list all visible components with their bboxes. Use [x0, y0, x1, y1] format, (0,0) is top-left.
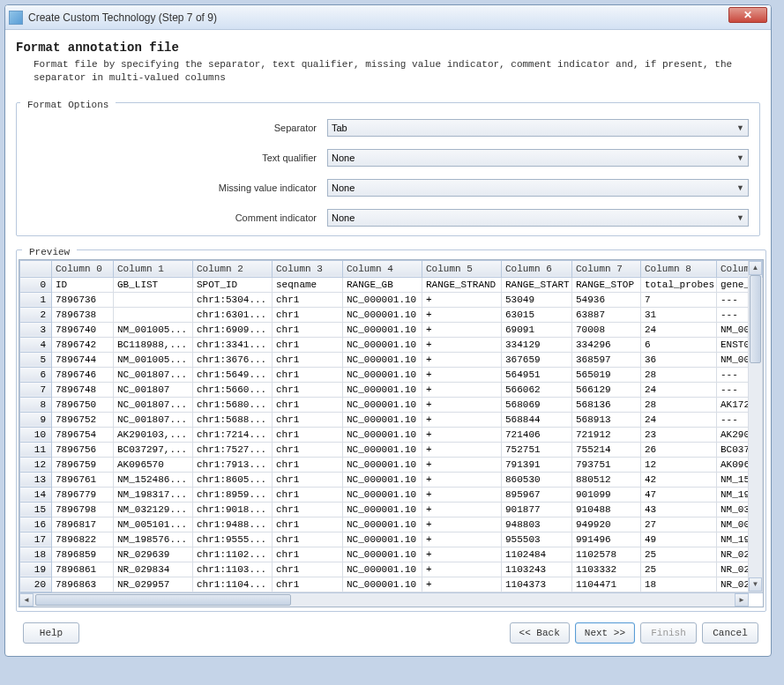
- scroll-up-button[interactable]: ▲: [749, 261, 762, 275]
- row-index[interactable]: 15: [20, 502, 52, 517]
- comment-indicator-select[interactable]: None ▼: [327, 209, 749, 227]
- table-cell[interactable]: 42: [641, 472, 717, 487]
- table-cell[interactable]: chr1:7527...: [193, 442, 273, 457]
- table-cell[interactable]: chr1: [273, 532, 343, 547]
- table-cell[interactable]: total_probes: [641, 277, 717, 292]
- table-cell[interactable]: chr1:9488...: [193, 517, 273, 532]
- table-cell[interactable]: +: [422, 382, 502, 397]
- table-cell[interactable]: NC_000001.10: [343, 547, 422, 562]
- table-cell[interactable]: chr1: [273, 412, 343, 427]
- table-cell[interactable]: +: [422, 397, 502, 412]
- table-cell[interactable]: chr1: [273, 517, 343, 532]
- table-cell[interactable]: NC_000001.10: [343, 352, 422, 367]
- table-cell[interactable]: chr1:5688...: [193, 412, 273, 427]
- table-cell[interactable]: NM_032129...: [114, 502, 193, 517]
- table-cell[interactable]: 955503: [502, 532, 572, 547]
- table-cell[interactable]: chr1: [273, 292, 343, 307]
- table-cell[interactable]: chr1: [273, 322, 343, 337]
- table-cell[interactable]: 948803: [502, 517, 572, 532]
- table-cell[interactable]: +: [422, 352, 502, 367]
- column-header[interactable]: Column 0: [52, 260, 114, 277]
- table-cell[interactable]: chr1:7214...: [193, 427, 273, 442]
- separator-select[interactable]: Tab ▼: [327, 119, 749, 137]
- row-index[interactable]: 0: [20, 277, 52, 292]
- table-cell[interactable]: 63015: [502, 307, 572, 322]
- table-cell[interactable]: 23: [641, 427, 717, 442]
- table-cell[interactable]: GB_LIST: [114, 277, 193, 292]
- table-cell[interactable]: chr1: [273, 367, 343, 382]
- table-cell[interactable]: 7896817: [52, 517, 114, 532]
- table-cell[interactable]: 31: [641, 307, 717, 322]
- table-cell[interactable]: chr1: [273, 352, 343, 367]
- table-cell[interactable]: NM_198576...: [114, 532, 193, 547]
- table-row[interactable]: 177896822NM_198576...chr1:9555...chr1NC_…: [20, 532, 763, 547]
- help-button[interactable]: Help: [23, 622, 79, 644]
- table-cell[interactable]: 7896756: [52, 442, 114, 457]
- table-cell[interactable]: 860530: [502, 472, 572, 487]
- table-row[interactable]: 17896736chr1:5304...chr1NC_000001.10+530…: [20, 292, 763, 307]
- table-cell[interactable]: +: [422, 532, 502, 547]
- table-cell[interactable]: 43: [641, 502, 717, 517]
- table-cell[interactable]: 568069: [502, 397, 572, 412]
- row-index[interactable]: 1: [20, 292, 52, 307]
- column-header[interactable]: Column 8: [641, 260, 717, 277]
- table-cell[interactable]: NM_005101...: [114, 517, 193, 532]
- table-row[interactable]: 47896742BC118988,...chr1:3341...chr1NC_0…: [20, 337, 763, 352]
- row-index[interactable]: 18: [20, 547, 52, 562]
- table-cell[interactable]: 1102484: [502, 547, 572, 562]
- table-cell[interactable]: 791391: [502, 457, 572, 472]
- table-cell[interactable]: chr1:6909...: [193, 322, 273, 337]
- row-index[interactable]: 9: [20, 412, 52, 427]
- vscroll-thumb[interactable]: [750, 275, 761, 363]
- table-cell[interactable]: +: [422, 487, 502, 502]
- table-cell[interactable]: BC118988,...: [114, 337, 193, 352]
- table-cell[interactable]: NR_029957: [114, 577, 193, 592]
- table-cell[interactable]: chr1: [273, 457, 343, 472]
- table-cell[interactable]: 53049: [502, 292, 572, 307]
- table-cell[interactable]: 793751: [572, 457, 641, 472]
- table-cell[interactable]: 880512: [572, 472, 641, 487]
- table-row[interactable]: 127896759AK096570chr1:7913...chr1NC_0000…: [20, 457, 763, 472]
- table-cell[interactable]: chr1:3676...: [193, 352, 273, 367]
- scroll-left-button[interactable]: ◄: [19, 593, 34, 607]
- table-cell[interactable]: 7896761: [52, 472, 114, 487]
- table-cell[interactable]: +: [422, 562, 502, 577]
- table-cell[interactable]: 63887: [572, 307, 641, 322]
- row-index[interactable]: 14: [20, 487, 52, 502]
- column-header[interactable]: Column 6: [502, 260, 572, 277]
- table-cell[interactable]: NC_000001.10: [343, 472, 422, 487]
- column-header[interactable]: Column 4: [343, 260, 422, 277]
- table-cell[interactable]: chr1: [273, 487, 343, 502]
- table-cell[interactable]: NC_000001.10: [343, 442, 422, 457]
- missing-value-select[interactable]: None ▼: [327, 179, 749, 197]
- row-index[interactable]: 19: [20, 562, 52, 577]
- table-cell[interactable]: +: [422, 502, 502, 517]
- table-cell[interactable]: NC_000001.10: [343, 382, 422, 397]
- table-cell[interactable]: 901099: [572, 487, 641, 502]
- table-cell[interactable]: chr1:9018...: [193, 502, 273, 517]
- table-cell[interactable]: NC_001807: [114, 382, 193, 397]
- table-row[interactable]: 67896746NC_001807...chr1:5649...chr1NC_0…: [20, 367, 763, 382]
- table-cell[interactable]: 54936: [572, 292, 641, 307]
- table-cell[interactable]: chr1:1102...: [193, 547, 273, 562]
- table-cell[interactable]: chr1:5660...: [193, 382, 273, 397]
- horizontal-scrollbar[interactable]: ◄ ►: [19, 593, 749, 607]
- table-cell[interactable]: 568136: [572, 397, 641, 412]
- table-cell[interactable]: 7896738: [52, 307, 114, 322]
- table-cell[interactable]: 7896754: [52, 427, 114, 442]
- table-cell[interactable]: NC_000001.10: [343, 457, 422, 472]
- table-cell[interactable]: 27: [641, 517, 717, 532]
- table-cell[interactable]: 7896742: [52, 337, 114, 352]
- table-cell[interactable]: 334296: [572, 337, 641, 352]
- table-cell[interactable]: 565019: [572, 367, 641, 382]
- table-cell[interactable]: NC_000001.10: [343, 577, 422, 592]
- scroll-right-button[interactable]: ►: [735, 593, 749, 607]
- table-cell[interactable]: 47: [641, 487, 717, 502]
- column-header[interactable]: Column 7: [572, 260, 641, 277]
- table-cell[interactable]: BC037297,...: [114, 442, 193, 457]
- table-cell[interactable]: NC_001807...: [114, 367, 193, 382]
- table-cell[interactable]: 991496: [572, 532, 641, 547]
- table-cell[interactable]: 7896859: [52, 547, 114, 562]
- table-row[interactable]: 77896748NC_001807chr1:5660...chr1NC_0000…: [20, 382, 763, 397]
- vscroll-track[interactable]: [749, 275, 762, 577]
